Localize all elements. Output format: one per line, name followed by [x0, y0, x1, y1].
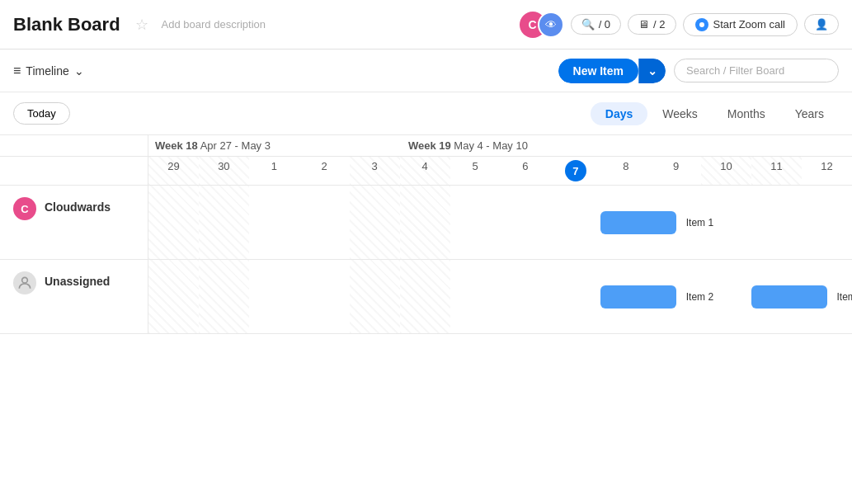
zoom-icon [695, 18, 708, 31]
tab-weeks[interactable]: Weeks [647, 102, 713, 125]
star-icon[interactable]: ☆ [135, 16, 148, 34]
new-item-dropdown-icon: ⌄ [647, 64, 657, 78]
week18-label: Week 18 [155, 139, 198, 152]
item-bar-label: Item 3 [834, 291, 852, 303]
new-item-caret-button[interactable]: ⌄ [638, 59, 666, 83]
timeline-label: Timeline [26, 64, 68, 78]
toolbar: ≡ Timeline ⌄ New Item ⌄ Search / Filter … [0, 49, 852, 92]
board-title: Blank Board [13, 14, 120, 35]
zoom-button[interactable]: Start Zoom call [683, 13, 798, 36]
day-cell-30: 30 [199, 157, 249, 185]
avatar-viewer[interactable]: 👁 [538, 12, 564, 38]
automations-button[interactable]: 🖥 / 2 [628, 14, 675, 35]
day-cell-2: 2 [299, 157, 350, 185]
header: Blank Board ☆ Add board description C 👁 … [0, 0, 852, 49]
tab-days[interactable]: Days [591, 102, 647, 125]
day-cell-5: 5 [450, 157, 501, 185]
unassigned-row: Unassigned Item 2Item 3 [0, 260, 852, 334]
cloudwards-avatar: C [13, 197, 36, 220]
week19-label: Week 19 [408, 139, 451, 152]
search-button[interactable]: 🔍 / 0 [571, 14, 621, 35]
automations-count: / 2 [653, 18, 665, 31]
day-cell-10: 10 [701, 157, 751, 185]
week19-header: Week 19 May 4 - May 10 [402, 135, 852, 156]
search-icon: 🔍 [581, 18, 595, 31]
item-bar[interactable]: Item 1 [600, 211, 675, 234]
cloudwards-timeline: Item 1 [148, 186, 852, 259]
search-count: / 0 [599, 18, 610, 31]
search-placeholder: Search / Filter Board [686, 64, 784, 77]
unassigned-label: Unassigned [0, 260, 148, 333]
week-headers: Week 18 Apr 27 - May 3 Week 19 May 4 - M… [0, 135, 852, 157]
automations-icon: 🖥 [638, 18, 649, 31]
tab-years[interactable]: Years [780, 102, 839, 125]
toolbar-right: New Item ⌄ Search / Filter Board [558, 59, 839, 83]
cloudwards-label: C Cloudwards [0, 186, 148, 259]
item-bar[interactable]: Item 2 [600, 285, 675, 309]
day-cell-11: 11 [751, 157, 802, 185]
day-cell-4: 4 [400, 157, 450, 185]
new-item-label: New Item [573, 64, 624, 78]
timeline-caret-icon: ⌄ [74, 64, 84, 78]
day-cell-1: 1 [249, 157, 299, 185]
item-bar[interactable]: Item 3 [751, 285, 826, 309]
new-item-button[interactable]: New Item [558, 59, 638, 83]
unassigned-timeline: Item 2Item 3 [148, 260, 852, 333]
day-cell-3: 3 [350, 157, 400, 185]
timeline-icon: ≡ [13, 64, 21, 78]
cloudwards-name: Cloudwards [45, 197, 111, 214]
unassigned-name: Unassigned [45, 271, 110, 288]
day-cells: 2930123456789101112 [148, 157, 852, 185]
today-button[interactable]: Today [13, 102, 70, 125]
user-menu-button[interactable]: 👤 [804, 14, 839, 35]
day-cell-8: 8 [600, 157, 651, 185]
days-row: 2930123456789101112 [0, 157, 852, 186]
day-cell-6: 6 [500, 157, 550, 185]
cloudwards-row: C Cloudwards Item 1 [0, 186, 852, 260]
board-description: Add board description [162, 18, 266, 31]
main-content: C Cloudwards Item 1 Unassigned Item 2Ite… [0, 186, 852, 504]
item-bar-label: Item 1 [683, 217, 713, 228]
calendar-nav: Today Days Weeks Months Years [0, 92, 852, 135]
svg-point-0 [22, 277, 28, 283]
week18-header: Week 18 Apr 27 - May 3 [148, 135, 402, 156]
item-bar-label: Item 2 [683, 291, 713, 303]
tab-months[interactable]: Months [713, 102, 780, 125]
day-cell-9: 9 [651, 157, 701, 185]
timeline-view-button[interactable]: ≡ Timeline ⌄ [13, 64, 84, 78]
unassigned-avatar [13, 271, 36, 294]
search-filter-input[interactable]: Search / Filter Board [674, 59, 839, 82]
day-cell-12: 12 [802, 157, 852, 185]
view-tabs: Days Weeks Months Years [591, 102, 839, 125]
today-circle: 7 [565, 160, 586, 181]
day-cell-29: 29 [148, 157, 199, 185]
zoom-label: Start Zoom call [713, 18, 785, 31]
header-actions: C 👁 🔍 / 0 🖥 / 2 Start Zoom call 👤 [520, 12, 839, 38]
day-cell-7: 7 [550, 157, 600, 185]
